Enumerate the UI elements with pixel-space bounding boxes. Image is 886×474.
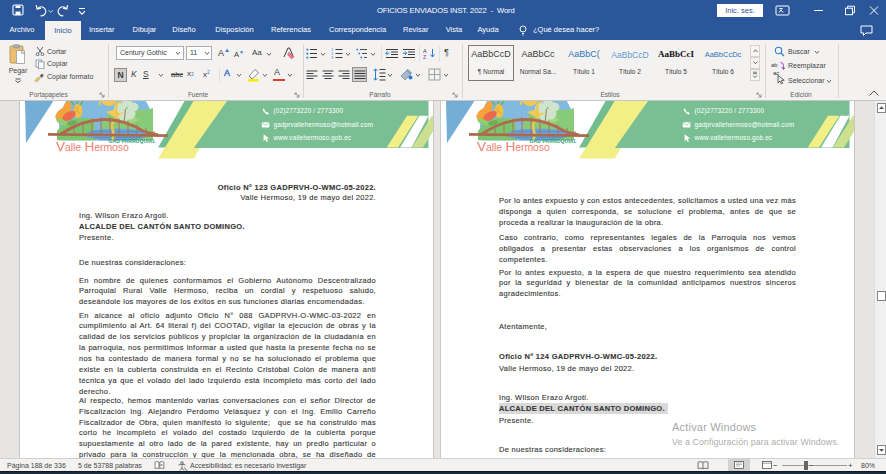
svg-text:Z: Z [423,54,427,60]
svg-text:A: A [423,48,427,54]
svg-text:ab: ab [771,62,778,68]
svg-text:3: 3 [331,56,333,59]
